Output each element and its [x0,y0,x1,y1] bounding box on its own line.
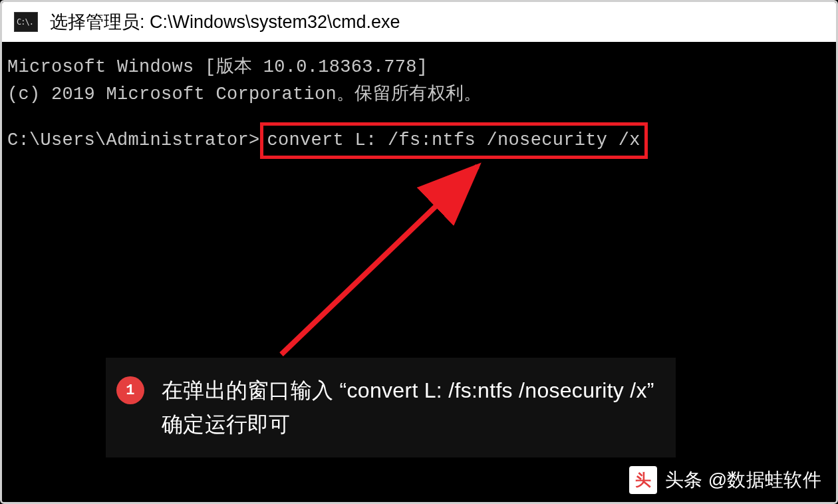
watermark-logo-icon: 头 [629,466,657,494]
annotation-arrow [271,158,497,364]
terminal-prompt: C:\Users\Administrator> [7,127,260,154]
window-title: 选择管理员: C:\Windows\system32\cmd.exe [50,10,400,34]
svg-line-1 [281,166,478,354]
terminal-copyright-line: (c) 2019 Microsoft Corporation。保留所有权利。 [7,81,831,108]
watermark: 头 头条 @数据蛙软件 [629,466,821,494]
terminal-command-highlight: convert L: /fs:ntfs /nosecurity /x [260,122,648,159]
terminal-area[interactable]: Microsoft Windows [版本 10.0.18363.778] (c… [2,42,836,502]
annotation-text-line1: 在弹出的窗口输入 “convert L: /fs:ntfs /nosecurit… [162,374,654,408]
title-bar[interactable]: C:\. 选择管理员: C:\Windows\system32\cmd.exe [2,2,836,42]
terminal-version-line: Microsoft Windows [版本 10.0.18363.778] [7,54,831,81]
annotation-box: 1 在弹出的窗口输入 “convert L: /fs:ntfs /nosecur… [106,358,676,457]
annotation-step-badge: 1 [116,376,144,404]
annotation-text: 在弹出的窗口输入 “convert L: /fs:ntfs /nosecurit… [162,374,654,441]
annotation-text-line2: 确定运行即可 [162,408,654,441]
terminal-prompt-line: C:\Users\Administrator>convert L: /fs:nt… [7,122,831,159]
watermark-text: 头条 @数据蛙软件 [665,466,821,494]
cmd-icon: C:\. [14,12,38,32]
